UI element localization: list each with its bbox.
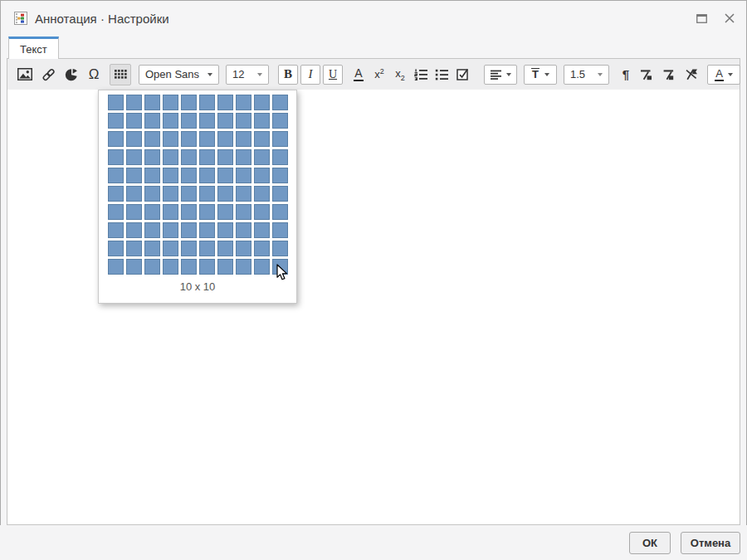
italic-button[interactable]: I [300,65,320,85]
clear-formatting-button[interactable] [685,65,698,85]
grid-cell[interactable] [217,131,233,147]
grid-cell[interactable] [181,259,197,275]
grid-cell[interactable] [108,241,124,256]
font-family-select[interactable]: Open Sans [139,65,219,85]
grid-cell[interactable] [163,241,178,256]
grid-cell[interactable] [199,131,215,147]
grid-cell[interactable] [199,149,215,165]
grid-cell[interactable] [254,186,270,202]
grid-cell[interactable] [236,95,251,110]
grid-cell[interactable] [163,259,178,275]
grid-cell[interactable] [217,259,233,275]
grid-cell[interactable] [272,222,288,238]
grid-cell[interactable] [126,241,142,256]
grid-cell[interactable] [254,241,270,256]
grid-cell[interactable] [272,168,288,183]
grid-cell[interactable] [272,241,288,256]
grid-cell[interactable] [144,168,160,183]
grid-cell[interactable] [199,95,215,110]
show-formatting-button[interactable]: ¶ [619,65,632,85]
grid-cell[interactable] [144,222,160,238]
bullet-list-button[interactable] [435,65,448,85]
grid-cell[interactable] [254,259,270,275]
grid-cell[interactable] [108,131,124,147]
ordered-list-button[interactable] [414,65,427,85]
grid-cell[interactable] [126,149,142,165]
grid-cell[interactable] [236,113,251,129]
grid-cell[interactable] [272,131,288,147]
grid-cell[interactable] [236,222,251,238]
grid-cell[interactable] [199,168,215,183]
grid-cell[interactable] [199,113,215,129]
grid-cell[interactable] [144,241,160,256]
close-icon[interactable] [722,11,737,26]
grid-cell[interactable] [217,149,233,165]
grid-cell[interactable] [108,186,124,202]
grid-cell[interactable] [236,204,251,220]
grid-cell[interactable] [144,95,160,110]
grid-cell[interactable] [217,241,233,256]
grid-cell[interactable] [163,95,178,110]
grid-cell[interactable] [126,113,142,129]
grid-cell[interactable] [272,204,288,220]
grid-cell[interactable] [272,149,288,165]
grid-cell[interactable] [236,149,251,165]
grid-cell[interactable] [163,131,178,147]
grid-cell[interactable] [254,149,270,165]
grid-cell[interactable] [217,95,233,110]
grid-cell[interactable] [181,95,197,110]
grid-cell[interactable] [163,186,178,202]
text-direction-rtl-button[interactable] [662,65,676,85]
grid-cell[interactable] [163,204,178,220]
grid-cell[interactable] [108,168,124,183]
grid-cell[interactable] [126,186,142,202]
grid-cell[interactable] [108,204,124,220]
grid-cell[interactable] [126,95,142,110]
grid-cell[interactable] [144,186,160,202]
grid-cell[interactable] [181,149,197,165]
insert-table-button[interactable] [110,64,131,85]
grid-cell[interactable] [236,186,251,202]
line-height-select[interactable]: 1.5 [564,65,609,85]
grid-cell[interactable] [163,222,178,238]
grid-cell[interactable] [108,222,124,238]
maximize-icon[interactable] [694,11,709,26]
grid-cell[interactable] [144,113,160,129]
grid-cell[interactable] [108,95,124,110]
grid-cell[interactable] [272,113,288,129]
grid-cell[interactable] [272,95,288,110]
grid-cell[interactable] [108,113,124,129]
grid-cell[interactable] [181,186,197,202]
underline-button[interactable]: U [323,65,343,85]
grid-cell[interactable] [272,186,288,202]
grid-cell[interactable] [181,131,197,147]
grid-cell[interactable] [144,204,160,220]
bold-button[interactable]: B [278,65,298,85]
highlight-color-select[interactable]: А [707,65,740,85]
grid-cell[interactable] [254,113,270,129]
grid-cell[interactable] [144,259,160,275]
grid-cell[interactable] [217,222,233,238]
insert-image-button[interactable] [17,65,32,85]
grid-cell[interactable] [236,168,251,183]
grid-cell[interactable] [181,204,197,220]
grid-cell[interactable] [236,241,251,256]
grid-cell[interactable] [199,241,215,256]
grid-cell[interactable] [217,204,233,220]
tab-text[interactable]: Текст [8,37,59,59]
grid-cell[interactable] [163,149,178,165]
grid-cell[interactable] [144,149,160,165]
insert-chart-button[interactable] [65,65,78,85]
grid-cell[interactable] [126,259,142,275]
insert-link-button[interactable] [42,65,56,85]
text-direction-ltr-button[interactable] [640,65,653,85]
grid-cell[interactable] [254,204,270,220]
grid-cell[interactable] [126,168,142,183]
grid-cell[interactable] [126,204,142,220]
grid-cell[interactable] [199,259,215,275]
align-select[interactable] [484,65,517,85]
grid-cell[interactable] [126,131,142,147]
grid-cell[interactable] [217,168,233,183]
grid-cell[interactable] [144,131,160,147]
special-character-button[interactable]: Ω [87,65,100,85]
